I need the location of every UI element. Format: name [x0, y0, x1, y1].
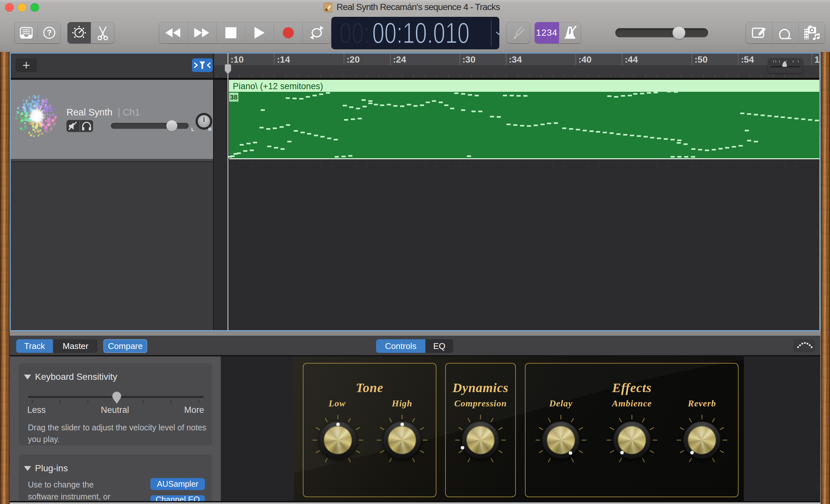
svg-text:?: ? [47, 28, 52, 37]
